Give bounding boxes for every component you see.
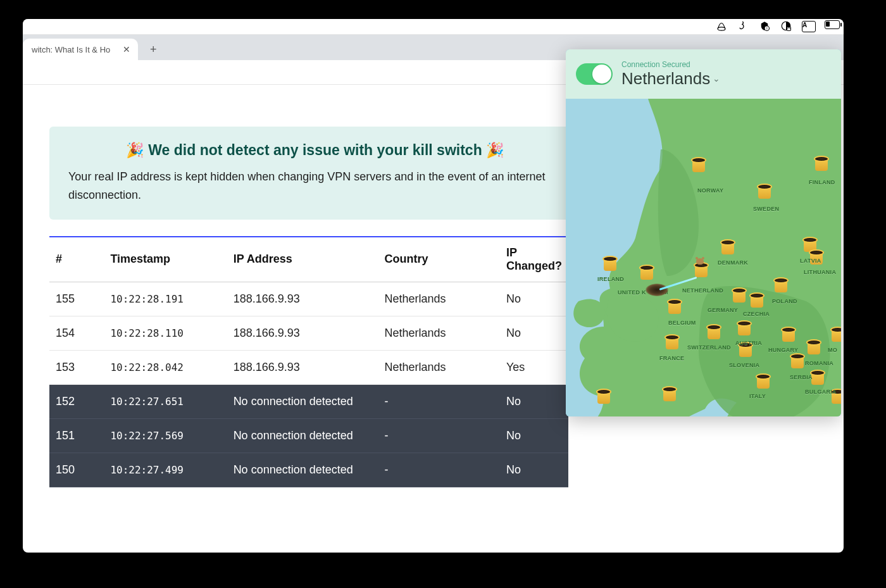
map-country-label: IRELAND bbox=[597, 276, 624, 282]
cell-changed: No bbox=[500, 316, 568, 350]
map-tunnel-marker[interactable] bbox=[756, 373, 771, 390]
map-tunnel-marker[interactable] bbox=[667, 299, 682, 315]
map-tunnel-marker[interactable] bbox=[749, 292, 764, 309]
map-country-label: CZECHIA bbox=[743, 311, 770, 317]
cell-timestamp: 10:22:27.569 bbox=[104, 418, 227, 453]
cell-country: Netherlands bbox=[378, 316, 500, 350]
map-country-label: SERBIA bbox=[790, 374, 813, 380]
map-tunnel-marker[interactable] bbox=[602, 256, 618, 272]
menubar-icon-2[interactable] bbox=[737, 20, 750, 33]
cell-ip: No connection detected bbox=[227, 453, 378, 487]
map-country-label: POLAND bbox=[772, 298, 797, 304]
cell-changed: Yes bbox=[500, 350, 568, 384]
map-country-label: NETHERLAND bbox=[682, 287, 723, 294]
map-tunnel-marker[interactable] bbox=[720, 239, 735, 256]
cell-num: 154 bbox=[49, 316, 104, 350]
map-tunnel-marker[interactable] bbox=[757, 184, 772, 200]
map-tunnel-marker[interactable] bbox=[691, 157, 706, 173]
table-row: 15010:22:27.499No connection detected-No bbox=[49, 453, 568, 487]
map-country-label: LATVIA bbox=[800, 258, 821, 264]
cell-timestamp: 10:22:28.110 bbox=[104, 316, 227, 350]
map-country-label: ITALY bbox=[749, 393, 766, 399]
cell-ip: 188.166.9.93 bbox=[227, 282, 378, 316]
table-row: 15110:22:27.569No connection detected-No bbox=[49, 418, 568, 453]
banner-heading: 🎉 We did not detect any issue with your … bbox=[68, 142, 562, 159]
map-country-label: NORWAY bbox=[697, 187, 723, 194]
chevron-down-icon: ⌄ bbox=[713, 73, 720, 84]
cell-changed: No bbox=[500, 384, 568, 418]
col-timestamp: Timestamp bbox=[104, 237, 227, 282]
map-tunnel-marker[interactable] bbox=[662, 386, 677, 403]
map-country-label: SWEDEN bbox=[753, 206, 779, 212]
cell-country: Netherlands bbox=[378, 282, 500, 316]
map-origin-hole bbox=[646, 284, 668, 296]
cell-changed: No bbox=[500, 282, 568, 316]
vpn-status: Connection Secured bbox=[621, 60, 720, 69]
banner-body: Your real IP address is kept hidden when… bbox=[68, 168, 562, 204]
new-tab-button[interactable]: + bbox=[144, 41, 162, 58]
tab-title: witch: What Is It & Ho bbox=[32, 45, 110, 54]
cell-ip: No connection detected bbox=[227, 384, 378, 418]
map-country-label: DENMARK bbox=[718, 260, 748, 266]
cell-country: - bbox=[378, 384, 500, 418]
cell-timestamp: 10:22:28.042 bbox=[104, 350, 227, 384]
cell-timestamp: 10:22:27.651 bbox=[104, 384, 227, 418]
cell-changed: No bbox=[500, 453, 568, 487]
vpn-popover: ⤢ ⚙ Connection Secured Netherlands⌄ bbox=[566, 49, 841, 416]
cell-timestamp: 10:22:27.499 bbox=[104, 453, 227, 487]
browser-tab[interactable]: witch: What Is It & Ho ✕ bbox=[23, 39, 138, 60]
svg-text:!: ! bbox=[766, 27, 768, 30]
table-row: 15210:22:27.651No connection detected-No bbox=[49, 384, 568, 418]
map-country-label: UNITED K bbox=[618, 289, 646, 296]
map-tunnel-marker[interactable] bbox=[732, 287, 747, 304]
vpn-map[interactable]: NORWAYFINLANDSWEDENLATVIADENMARKLITHUANI… bbox=[566, 99, 841, 416]
menubar-icon-4[interactable] bbox=[780, 20, 793, 33]
map-tunnel-marker[interactable] bbox=[639, 265, 654, 281]
cell-changed: No bbox=[500, 418, 568, 453]
table-row: 15310:22:28.042188.166.9.93NetherlandsYe… bbox=[49, 350, 568, 384]
map-tunnel-marker[interactable] bbox=[814, 156, 829, 172]
map-tunnel-marker[interactable] bbox=[596, 389, 611, 405]
map-tunnel-marker[interactable] bbox=[773, 277, 789, 294]
map-tunnel-marker[interactable] bbox=[664, 334, 680, 351]
map-tunnel-marker[interactable] bbox=[737, 320, 752, 337]
map-country-label: BELGIUM bbox=[668, 320, 696, 326]
map-country-label: GERMANY bbox=[708, 307, 738, 313]
col-num: # bbox=[49, 237, 104, 282]
menu-bar: ! A bbox=[23, 19, 844, 35]
menubar-icon-3[interactable]: ! bbox=[759, 20, 771, 33]
close-tab-icon[interactable]: ✕ bbox=[123, 44, 130, 54]
menubar-icon-1[interactable] bbox=[716, 20, 728, 33]
cell-num: 153 bbox=[49, 350, 104, 384]
cell-country: - bbox=[378, 453, 500, 487]
map-tunnel-marker[interactable] bbox=[806, 339, 821, 356]
map-tunnel-marker[interactable] bbox=[790, 353, 805, 370]
map-tunnel-marker[interactable] bbox=[781, 327, 796, 343]
vpn-country-selector[interactable]: Netherlands⌄ bbox=[621, 69, 720, 89]
map-country-label: SLOVENIA bbox=[729, 362, 759, 368]
col-country: Country bbox=[378, 237, 500, 282]
map-country-label: BULGARIA bbox=[805, 389, 837, 395]
map-country-label: LITHUANIA bbox=[804, 269, 836, 275]
map-country-label: SWITZERLAND bbox=[687, 344, 731, 351]
map-tunnel-marker[interactable] bbox=[706, 324, 721, 341]
table-row: 15510:22:28.191188.166.9.93NetherlandsNo bbox=[49, 282, 568, 316]
cell-timestamp: 10:22:28.191 bbox=[104, 282, 227, 316]
battery-icon[interactable] bbox=[825, 20, 837, 33]
map-tunnel-marker[interactable] bbox=[830, 327, 841, 343]
map-country-label: FINLAND bbox=[809, 179, 835, 185]
vpn-toggle[interactable] bbox=[576, 63, 613, 85]
map-country-label: MO bbox=[828, 347, 837, 353]
cell-ip: 188.166.9.93 bbox=[227, 316, 378, 350]
map-country-label: FRANCE bbox=[659, 355, 684, 361]
svg-point-0 bbox=[718, 27, 725, 30]
cell-num: 155 bbox=[49, 282, 104, 316]
cell-num: 151 bbox=[49, 418, 104, 453]
col-ip: IP Address bbox=[227, 237, 378, 282]
input-source-indicator[interactable]: A bbox=[802, 21, 816, 32]
col-changed: IP Changed? bbox=[500, 237, 568, 282]
result-banner: 🎉 We did not detect any issue with your … bbox=[49, 127, 581, 220]
map-country-label: AUSTRIA bbox=[735, 340, 762, 346]
map-country-label: HUNGARY bbox=[768, 347, 798, 353]
cell-ip: 188.166.9.93 bbox=[227, 350, 378, 384]
